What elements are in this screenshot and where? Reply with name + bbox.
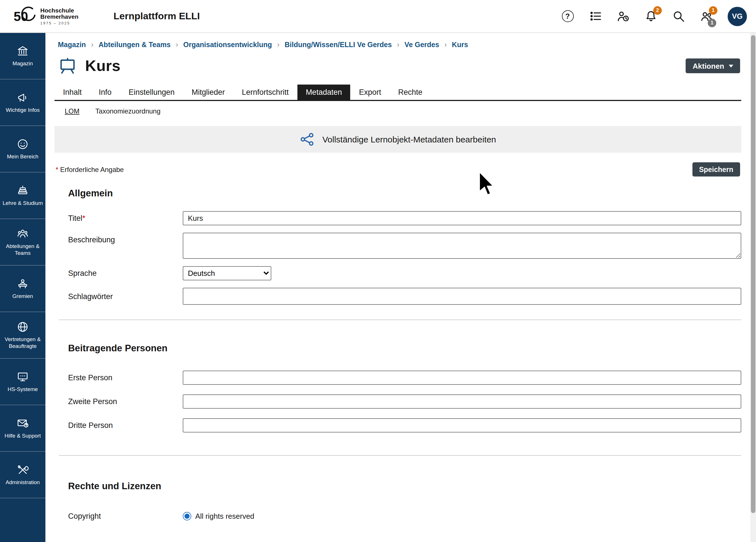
- sidebar-item-label: Magazin: [12, 60, 33, 67]
- copyright-radio-all-rights-reserved[interactable]: [183, 512, 191, 520]
- section-divider: [59, 455, 741, 456]
- page-title: Kurs: [85, 57, 121, 75]
- actions-button[interactable]: Aktionen: [686, 58, 740, 73]
- tab-inhalt[interactable]: Inhalt: [54, 85, 90, 100]
- building-icon: [16, 45, 29, 57]
- schlagwoerter-input[interactable]: [183, 288, 741, 305]
- actions-button-label: Aktionen: [693, 62, 724, 70]
- required-note: * Erforderliche Angabe: [56, 165, 124, 173]
- share-nodes-icon: [300, 132, 315, 147]
- books-icon: [16, 184, 29, 197]
- subtab-bar: LOM Taxonomiezuordnung: [61, 106, 741, 116]
- logo-number: 50: [14, 9, 28, 24]
- sidebar-item-label: Abteilungen & Teams: [2, 243, 44, 257]
- form-row-copyright: Copyright All rights reserved: [54, 512, 741, 520]
- sidebar-item-administration[interactable]: Administration: [0, 452, 45, 498]
- section-title-rechte: Rechte und Lizenzen: [54, 481, 741, 491]
- sidebar-item-gremien[interactable]: Gremien: [0, 266, 45, 312]
- sidebar-item-mein-bereich[interactable]: Mein Bereich: [0, 126, 45, 173]
- university-logo: 50 Hochschule Bremerhaven 1975 – 2025: [0, 6, 91, 26]
- breadcrumb-separator: ›: [91, 40, 94, 49]
- tab-einstellungen[interactable]: Einstellungen: [120, 85, 183, 100]
- application-window: 50 Hochschule Bremerhaven 1975 – 2025 Le…: [0, 0, 756, 542]
- tab-lernfortschritt[interactable]: Lernfortschritt: [233, 85, 297, 100]
- subtab-lom[interactable]: LOM: [61, 106, 83, 116]
- section-title-allgemein: Allgemein: [54, 188, 741, 199]
- tab-export[interactable]: Export: [350, 85, 390, 100]
- titel-input[interactable]: [183, 211, 741, 225]
- sidebar-item-wichtige-infos[interactable]: Wichtige Infos: [0, 79, 45, 126]
- breadcrumb-separator: ›: [397, 40, 400, 49]
- form-row-sprache: Sprache Deutsch: [54, 266, 741, 280]
- zweite-person-input[interactable]: [183, 394, 741, 409]
- sidebar-item-label: Vertretungen & Beauftragte: [2, 336, 44, 350]
- scrollbar-thumb[interactable]: [751, 35, 755, 513]
- edit-full-metadata-label: Vollständige Lernobjekt-Metadaten bearbe…: [322, 135, 496, 144]
- user-clock-icon: [616, 9, 630, 23]
- erste-person-input[interactable]: [183, 371, 741, 385]
- tab-bar: Inhalt Info Einstellungen Mitglieder Ler…: [54, 85, 741, 101]
- user-avatar[interactable]: VG: [728, 7, 747, 26]
- notifications-badge: 2: [653, 6, 662, 14]
- erste-person-label: Erste Person: [68, 373, 183, 382]
- sidebar-item-vertretungen[interactable]: Vertretungen & Beauftragte: [0, 312, 45, 359]
- main-content: Magazin › Abteilungen & Teams › Organisa…: [45, 33, 750, 542]
- schlagwoerter-label: Schlagwörter: [68, 292, 183, 301]
- help-button[interactable]: ?: [561, 9, 574, 23]
- monitor-icon: [16, 371, 29, 383]
- titel-label: Titel*: [68, 214, 183, 222]
- tab-mitglieder[interactable]: Mitglieder: [183, 85, 233, 100]
- search-button[interactable]: [672, 9, 686, 23]
- search-icon: [672, 9, 686, 23]
- sidebar-item-label: Administration: [6, 479, 40, 486]
- help-icon: ?: [562, 10, 574, 22]
- logo-text: Hochschule Bremerhaven 1975 – 2025: [40, 7, 78, 25]
- tools-icon: [16, 464, 29, 476]
- tab-rechte[interactable]: Rechte: [390, 85, 431, 100]
- beschreibung-textarea[interactable]: [183, 233, 741, 259]
- breadcrumb-item-magazin[interactable]: Magazin: [58, 41, 86, 49]
- breadcrumb-item-abteilungen-teams[interactable]: Abteilungen & Teams: [98, 41, 171, 49]
- megaphone-icon: [16, 91, 29, 104]
- course-board-icon: [58, 57, 77, 75]
- sidebar-item-label: Wichtige Infos: [6, 107, 39, 114]
- tab-info[interactable]: Info: [90, 85, 120, 100]
- contacts-badge-bottom: 1: [708, 18, 716, 27]
- save-button[interactable]: Speichern: [692, 162, 740, 177]
- sidebar-item-abteilungen-teams[interactable]: Abteilungen & Teams: [0, 219, 45, 266]
- sidebar-item-hs-systeme[interactable]: HS-Systeme: [0, 359, 45, 405]
- header-icon-group: ?: [561, 7, 756, 26]
- edit-full-metadata-banner[interactable]: Vollständige Lernobjekt-Metadaten bearbe…: [54, 126, 741, 153]
- breadcrumb-item-ve-gerdes[interactable]: Ve Gerdes: [404, 41, 439, 49]
- contacts-button[interactable]: 1 1: [700, 9, 713, 23]
- user-clock-button[interactable]: [616, 9, 630, 23]
- copyright-option-label: All rights reserved: [195, 512, 254, 520]
- breadcrumb-item-kurs[interactable]: Kurs: [452, 41, 468, 49]
- list-button[interactable]: [589, 9, 602, 23]
- lectern-icon: [16, 278, 29, 290]
- globe-icon: [16, 321, 29, 333]
- app-title: Lernplattform ELLI: [114, 10, 200, 22]
- sidebar-item-magazin[interactable]: Magazin: [0, 33, 45, 79]
- dritte-person-input[interactable]: [183, 418, 741, 432]
- logo-name-line1: Hochschule: [40, 7, 78, 14]
- subtab-taxonomiezuordnung[interactable]: Taxonomiezuordnung: [92, 106, 164, 116]
- form-row-beschreibung: Beschreibung: [54, 233, 741, 259]
- sidebar-item-lehre-studium[interactable]: Lehre & Studium: [0, 173, 45, 219]
- contacts-badge-top: 1: [709, 6, 717, 14]
- breadcrumb-separator: ›: [444, 40, 447, 49]
- vertical-scrollbar[interactable]: [750, 33, 756, 542]
- mail-question-icon: [16, 417, 29, 430]
- tab-metadaten[interactable]: Metadaten: [297, 85, 350, 100]
- breadcrumb: Magazin › Abteilungen & Teams › Organisa…: [58, 40, 741, 49]
- sidebar-item-hilfe-support[interactable]: Hilfe & Support: [0, 405, 45, 452]
- notifications-button[interactable]: 2: [644, 9, 658, 23]
- breadcrumb-item-bildung-wissen[interactable]: Bildung/Wissen/ELLI Ve Gerdes: [285, 41, 392, 49]
- sprache-select[interactable]: Deutsch: [183, 266, 271, 280]
- form-row-erste-person: Erste Person: [54, 371, 741, 385]
- form-row-zweite-person: Zweite Person: [54, 394, 741, 409]
- breadcrumb-item-organisationsentwicklung[interactable]: Organisationsentwicklung: [183, 41, 272, 49]
- copyright-radio-line: All rights reserved: [183, 512, 741, 520]
- required-asterisk: *: [56, 165, 58, 173]
- logo-name-line2: Bremerhaven: [40, 14, 78, 20]
